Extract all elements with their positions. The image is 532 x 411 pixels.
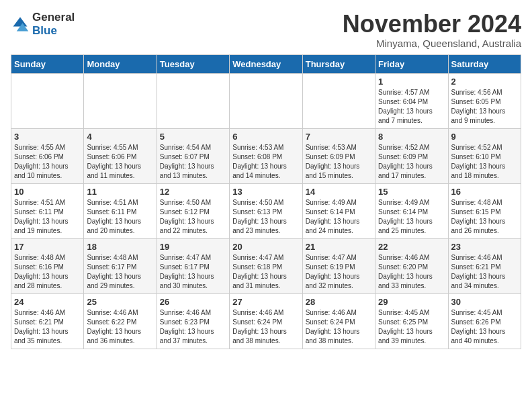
day-info: Sunrise: 4:46 AMSunset: 6:23 PMDaylight:…: [160, 308, 226, 346]
day-number: 25: [87, 297, 153, 307]
calendar-week-1: 3Sunrise: 4:55 AMSunset: 6:06 PMDaylight…: [11, 128, 521, 183]
day-number: 3: [14, 132, 81, 142]
day-number: 7: [306, 132, 372, 142]
calendar-cell: 13Sunrise: 4:50 AMSunset: 6:13 PMDayligh…: [230, 183, 302, 238]
day-number: 1: [378, 77, 445, 87]
day-number: 8: [378, 132, 445, 142]
location: Minyama, Queensland, Australia: [343, 38, 521, 49]
calendar-cell: [11, 73, 84, 128]
calendar-cell: 9Sunrise: 4:52 AMSunset: 6:10 PMDaylight…: [448, 128, 521, 183]
month-title: November 2024: [343, 11, 521, 38]
calendar-cell: 19Sunrise: 4:47 AMSunset: 6:17 PMDayligh…: [157, 238, 229, 293]
day-info: Sunrise: 4:55 AMSunset: 6:06 PMDaylight:…: [87, 143, 153, 181]
day-info: Sunrise: 4:49 AMSunset: 6:14 PMDaylight:…: [378, 198, 445, 236]
calendar-cell: 5Sunrise: 4:54 AMSunset: 6:07 PMDaylight…: [157, 128, 229, 183]
col-wednesday: Wednesday: [230, 54, 302, 73]
calendar-cell: 29Sunrise: 4:45 AMSunset: 6:25 PMDayligh…: [375, 293, 448, 349]
calendar-cell: 7Sunrise: 4:53 AMSunset: 6:09 PMDaylight…: [302, 128, 375, 183]
day-info: Sunrise: 4:46 AMSunset: 6:20 PMDaylight:…: [378, 253, 445, 291]
day-number: 29: [378, 297, 445, 307]
day-info: Sunrise: 4:51 AMSunset: 6:11 PMDaylight:…: [14, 198, 81, 236]
day-number: 13: [232, 187, 299, 197]
day-info: Sunrise: 4:57 AMSunset: 6:04 PMDaylight:…: [378, 88, 445, 126]
day-info: Sunrise: 4:47 AMSunset: 6:18 PMDaylight:…: [232, 253, 299, 291]
calendar-cell: 12Sunrise: 4:50 AMSunset: 6:12 PMDayligh…: [157, 183, 229, 238]
day-number: 5: [160, 132, 226, 142]
calendar-cell: 22Sunrise: 4:46 AMSunset: 6:20 PMDayligh…: [375, 238, 448, 293]
col-tuesday: Tuesday: [157, 54, 229, 73]
col-monday: Monday: [84, 54, 157, 73]
calendar-cell: 25Sunrise: 4:46 AMSunset: 6:22 PMDayligh…: [84, 293, 157, 349]
logo-general: General: [32, 11, 75, 24]
day-info: Sunrise: 4:55 AMSunset: 6:06 PMDaylight:…: [14, 143, 81, 181]
day-info: Sunrise: 4:49 AMSunset: 6:14 PMDaylight:…: [306, 198, 372, 236]
day-info: Sunrise: 4:53 AMSunset: 6:09 PMDaylight:…: [306, 143, 372, 181]
calendar-cell: 15Sunrise: 4:49 AMSunset: 6:14 PMDayligh…: [375, 183, 448, 238]
calendar-cell: 17Sunrise: 4:48 AMSunset: 6:16 PMDayligh…: [11, 238, 84, 293]
calendar-cell: 21Sunrise: 4:47 AMSunset: 6:19 PMDayligh…: [302, 238, 375, 293]
calendar-cell: [84, 73, 157, 128]
day-info: Sunrise: 4:46 AMSunset: 6:21 PMDaylight:…: [14, 308, 81, 346]
day-info: Sunrise: 4:51 AMSunset: 6:11 PMDaylight:…: [87, 198, 153, 236]
day-number: 10: [14, 187, 81, 197]
day-info: Sunrise: 4:46 AMSunset: 6:24 PMDaylight:…: [232, 308, 299, 346]
calendar-cell: 30Sunrise: 4:45 AMSunset: 6:26 PMDayligh…: [448, 293, 521, 349]
calendar-cell: 27Sunrise: 4:46 AMSunset: 6:24 PMDayligh…: [230, 293, 302, 349]
day-number: 14: [306, 187, 372, 197]
day-number: 22: [378, 242, 445, 252]
calendar-week-2: 10Sunrise: 4:51 AMSunset: 6:11 PMDayligh…: [11, 183, 521, 238]
calendar-week-3: 17Sunrise: 4:48 AMSunset: 6:16 PMDayligh…: [11, 238, 521, 293]
svg-marker-0: [13, 17, 28, 27]
day-info: Sunrise: 4:52 AMSunset: 6:10 PMDaylight:…: [451, 143, 518, 181]
calendar-cell: [157, 73, 229, 128]
day-info: Sunrise: 4:48 AMSunset: 6:16 PMDaylight:…: [14, 253, 81, 291]
col-sunday: Sunday: [11, 54, 84, 73]
calendar-cell: 28Sunrise: 4:46 AMSunset: 6:24 PMDayligh…: [302, 293, 375, 349]
calendar-cell: 18Sunrise: 4:48 AMSunset: 6:17 PMDayligh…: [84, 238, 157, 293]
calendar-cell: 4Sunrise: 4:55 AMSunset: 6:06 PMDaylight…: [84, 128, 157, 183]
calendar-cell: 10Sunrise: 4:51 AMSunset: 6:11 PMDayligh…: [11, 183, 84, 238]
logo: General Blue: [11, 11, 75, 38]
calendar-cell: [230, 73, 302, 128]
day-info: Sunrise: 4:46 AMSunset: 6:21 PMDaylight:…: [451, 253, 518, 291]
calendar-cell: 14Sunrise: 4:49 AMSunset: 6:14 PMDayligh…: [302, 183, 375, 238]
day-number: 15: [378, 187, 445, 197]
day-number: 18: [87, 242, 153, 252]
logo-blue: Blue: [32, 24, 75, 38]
day-number: 24: [14, 297, 81, 307]
day-number: 30: [451, 297, 518, 307]
calendar-header-row: Sunday Monday Tuesday Wednesday Thursday…: [11, 54, 521, 73]
calendar-cell: 26Sunrise: 4:46 AMSunset: 6:23 PMDayligh…: [157, 293, 229, 349]
day-number: 19: [160, 242, 226, 252]
day-info: Sunrise: 4:50 AMSunset: 6:12 PMDaylight:…: [160, 198, 226, 236]
day-number: 12: [160, 187, 226, 197]
day-info: Sunrise: 4:50 AMSunset: 6:13 PMDaylight:…: [232, 198, 299, 236]
col-friday: Friday: [375, 54, 448, 73]
page-header: General Blue November 2024 Minyama, Quee…: [11, 11, 521, 49]
calendar-cell: 16Sunrise: 4:48 AMSunset: 6:15 PMDayligh…: [448, 183, 521, 238]
day-info: Sunrise: 4:48 AMSunset: 6:15 PMDaylight:…: [451, 198, 518, 236]
day-number: 27: [232, 297, 299, 307]
calendar-cell: 20Sunrise: 4:47 AMSunset: 6:18 PMDayligh…: [230, 238, 302, 293]
day-info: Sunrise: 4:45 AMSunset: 6:26 PMDaylight:…: [451, 308, 518, 346]
day-info: Sunrise: 4:54 AMSunset: 6:07 PMDaylight:…: [160, 143, 226, 181]
day-info: Sunrise: 4:48 AMSunset: 6:17 PMDaylight:…: [87, 253, 153, 291]
logo-icon: [11, 15, 30, 34]
calendar-cell: 1Sunrise: 4:57 AMSunset: 6:04 PMDaylight…: [375, 73, 448, 128]
day-number: 28: [306, 297, 372, 307]
calendar-cell: 3Sunrise: 4:55 AMSunset: 6:06 PMDaylight…: [11, 128, 84, 183]
day-number: 17: [14, 242, 81, 252]
day-number: 20: [232, 242, 299, 252]
calendar-cell: 6Sunrise: 4:53 AMSunset: 6:08 PMDaylight…: [230, 128, 302, 183]
calendar-cell: 8Sunrise: 4:52 AMSunset: 6:09 PMDaylight…: [375, 128, 448, 183]
day-number: 9: [451, 132, 518, 142]
calendar-cell: 24Sunrise: 4:46 AMSunset: 6:21 PMDayligh…: [11, 293, 84, 349]
title-area: November 2024 Minyama, Queensland, Austr…: [343, 11, 521, 49]
day-info: Sunrise: 4:46 AMSunset: 6:24 PMDaylight:…: [306, 308, 372, 346]
day-info: Sunrise: 4:52 AMSunset: 6:09 PMDaylight:…: [378, 143, 445, 181]
day-number: 16: [451, 187, 518, 197]
calendar-cell: 11Sunrise: 4:51 AMSunset: 6:11 PMDayligh…: [84, 183, 157, 238]
day-info: Sunrise: 4:47 AMSunset: 6:19 PMDaylight:…: [306, 253, 372, 291]
day-number: 23: [451, 242, 518, 252]
col-thursday: Thursday: [302, 54, 375, 73]
